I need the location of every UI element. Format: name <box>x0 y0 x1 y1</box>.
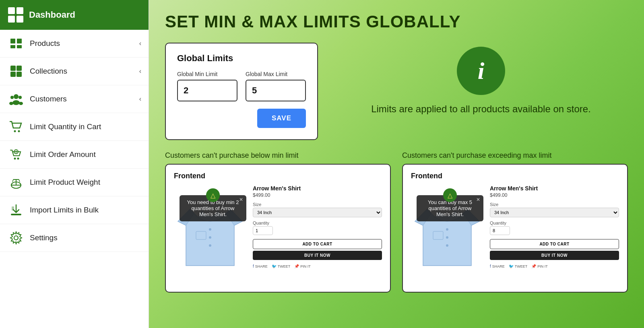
svg-point-16 <box>14 158 16 160</box>
settings-icon <box>9 231 23 245</box>
svg-line-25 <box>12 179 13 182</box>
max-limit-input[interactable] <box>246 80 306 101</box>
qty-input-right[interactable] <box>490 226 510 235</box>
share-fb-right: f SHARE <box>490 264 505 268</box>
frontend-card-left: Frontend <box>165 164 391 293</box>
customers-icon <box>9 92 23 106</box>
qty-input-left[interactable] <box>253 226 273 235</box>
sidebar-header[interactable]: Dashboard <box>0 0 149 30</box>
size-label-left: Size <box>253 202 382 207</box>
frontend-card-right: Frontend <box>402 164 628 293</box>
dashboard-icon <box>8 7 23 23</box>
svg-rect-2 <box>10 45 15 48</box>
share-pin-right: 📌 PIN IT <box>531 264 548 268</box>
import-icon <box>9 203 23 217</box>
content-row: Global Limits Global Min Limit Global Ma… <box>165 43 628 140</box>
main-content: SET MIN & MAX LIMITS GLOBALLY Global Lim… <box>149 0 644 328</box>
frontend-row: Customers can't purchase below min limit… <box>165 151 628 293</box>
info-panel: i Limits are applied to all products ava… <box>334 43 628 116</box>
weight-icon <box>9 175 23 190</box>
frontend-inner-left: △ ✕ You need to buy min 2 quantities of … <box>174 185 382 274</box>
warning-icon-left: △ <box>206 188 220 202</box>
sidebar-header-label: Dashboard <box>29 10 75 20</box>
products-icon <box>9 36 23 51</box>
shirt-image-left: △ ✕ You need to buy min 2 quantities of … <box>174 185 246 274</box>
svg-point-15 <box>18 130 20 132</box>
sidebar-item-limit-weight[interactable]: Limit Product Weight <box>0 169 149 196</box>
global-limits-card: Global Limits Global Min Limit Global Ma… <box>165 43 318 140</box>
svg-rect-1 <box>17 39 22 43</box>
sidebar-item-import[interactable]: Import Limits in Bulk <box>0 196 149 224</box>
close-tooltip-left[interactable]: ✕ <box>239 197 243 202</box>
pinterest-icon-left: 📌 <box>294 264 299 268</box>
buy-now-right[interactable]: BUY IT NOW <box>490 251 619 260</box>
max-limit-field: Global Max Limit <box>246 71 306 101</box>
cart-icon <box>9 120 23 134</box>
add-to-cart-right[interactable]: ADD TO CART <box>490 239 619 249</box>
sidebar-item-label: Settings <box>30 233 58 242</box>
sidebar-item-customers[interactable]: Customers ‹ <box>0 85 149 113</box>
svg-point-32 <box>209 236 211 239</box>
share-row-right: f SHARE 🐦 TWEET 📌 PIN IT <box>490 264 619 268</box>
twitter-icon-right: 🐦 <box>509 264 514 268</box>
frontend-section-right: Customers can't purchase exceeding max l… <box>402 151 628 293</box>
shirt-image-right: △ ✕ You can buy max 5 quantities of Arro… <box>411 185 483 274</box>
product-price-left: $499.00 <box>253 192 382 198</box>
svg-rect-5 <box>17 66 22 71</box>
sidebar-item-settings[interactable]: Settings <box>0 224 149 252</box>
sidebar-item-label: Collections <box>30 67 67 76</box>
close-tooltip-right[interactable]: ✕ <box>476 197 480 202</box>
svg-point-36 <box>446 236 448 239</box>
warning-icon-right: △ <box>443 188 457 202</box>
svg-rect-7 <box>17 72 22 77</box>
size-select-right[interactable]: 34 Inch <box>490 208 619 217</box>
svg-point-11 <box>12 100 20 105</box>
max-limit-label: Global Max Limit <box>246 71 306 77</box>
product-name-right: Arrow Men's Shirt <box>490 185 619 192</box>
twitter-icon-left: 🐦 <box>272 264 277 268</box>
limits-fields: Global Min Limit Global Max Limit <box>177 71 306 101</box>
svg-rect-6 <box>10 72 16 77</box>
chevron-right-icon: ‹ <box>139 95 141 103</box>
svg-rect-4 <box>10 66 16 71</box>
product-price-right: $499.00 <box>490 192 619 198</box>
warning-tooltip-left: △ ✕ You need to buy min 2 quantities of … <box>180 195 246 221</box>
size-label-right: Size <box>490 202 619 207</box>
pinterest-icon-right: 📌 <box>531 264 536 268</box>
size-select-left[interactable]: 34 Inch <box>253 208 382 217</box>
min-limit-label: Global Min Limit <box>177 71 237 77</box>
chevron-right-icon: ‹ <box>139 40 141 47</box>
sidebar-item-label: Limit Product Weight <box>30 178 100 187</box>
sidebar-item-limit-order[interactable]: Limit Order Amount <box>0 141 149 169</box>
page-title: SET MIN & MAX LIMITS GLOBALLY <box>165 12 628 31</box>
sidebar-item-label: Limit Quantity in Cart <box>30 122 101 131</box>
limits-card-heading: Global Limits <box>177 53 306 64</box>
sidebar-item-label: Customers <box>30 95 67 103</box>
sidebar-item-products[interactable]: Products ‹ <box>0 30 149 58</box>
svg-point-17 <box>17 158 19 160</box>
sidebar-item-limit-quantity[interactable]: Limit Quantity in Cart <box>0 113 149 141</box>
svg-rect-3 <box>17 45 22 48</box>
svg-rect-28 <box>11 214 21 215</box>
frontend-caption-right: Customers can't purchase exceeding max l… <box>402 151 628 160</box>
frontend-section-left: Customers can't purchase below min limit… <box>165 151 391 293</box>
min-limit-field: Global Min Limit <box>177 71 237 101</box>
svg-point-30 <box>14 236 18 240</box>
svg-point-35 <box>446 228 448 231</box>
collections-icon <box>9 64 23 78</box>
warning-tooltip-right: △ ✕ You can buy max 5 quantities of Arro… <box>417 195 483 221</box>
chevron-right-icon: ‹ <box>139 68 141 75</box>
frontend-caption-left: Customers can't purchase below min limit <box>165 151 391 160</box>
save-button[interactable]: SAVE <box>257 109 306 128</box>
svg-line-26 <box>19 179 20 182</box>
qty-label-left: Quantity <box>253 221 382 225</box>
min-limit-input[interactable] <box>177 80 237 101</box>
add-to-cart-left[interactable]: ADD TO CART <box>253 239 382 249</box>
svg-point-14 <box>14 130 16 132</box>
buy-now-left[interactable]: BUY IT NOW <box>253 251 382 260</box>
svg-point-37 <box>446 244 448 247</box>
order-icon <box>9 147 23 162</box>
svg-point-33 <box>209 244 211 247</box>
sidebar-item-collections[interactable]: Collections ‹ <box>0 58 149 85</box>
frontend-label-left: Frontend <box>174 172 382 180</box>
